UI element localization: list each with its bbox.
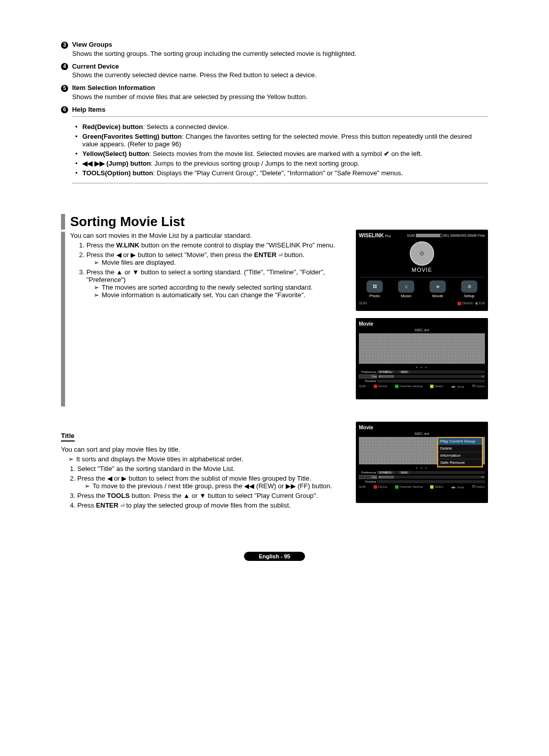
photo-tile[interactable]: 🖼Photo — [367, 280, 383, 298]
s3-pref-label[interactable]: Preference — [359, 471, 376, 474]
step3-note2: Movie information is automatically set. … — [95, 291, 350, 299]
footer-device: Device •▮ Exit — [458, 301, 485, 305]
music-tile[interactable]: ♫Music — [398, 280, 414, 298]
section-intro: You can sort movies in the Movie List by… — [70, 232, 350, 239]
movie-filename: ABC.avi — [359, 328, 485, 332]
num-6-icon: 6 — [61, 106, 68, 113]
photo-icon: 🖼 — [367, 280, 383, 293]
gear-icon: ⚙ — [461, 280, 477, 293]
item-4-title: Current Device — [72, 62, 119, 70]
help-items-box: Red(Device) button: Selects a connected … — [72, 116, 488, 183]
timeline-label[interactable]: Timeline — [359, 380, 376, 383]
s3-timeline-label[interactable]: Timeline — [359, 480, 376, 483]
step-1: Press the W.LINK button on the remote co… — [86, 241, 350, 249]
wiselink-menu-screenshot: WISELINK Pro SUM 851.98MB/995.00MB Free … — [356, 230, 488, 311]
help-red-label: Red(Device) button — [82, 123, 143, 131]
help-jump: ◀◀ ▶▶ (Jump) button: Jumps to the previo… — [77, 160, 488, 167]
footer-sum: SUM — [359, 301, 367, 305]
title-step-4: Press ENTER ⏎ to play the selected group… — [77, 501, 350, 509]
storage-indicator: SUM 851.98MB/995.00MB Free — [407, 234, 485, 237]
title-intro: You can sort and play movie files by tit… — [61, 446, 350, 453]
menu-information[interactable]: Information — [438, 452, 482, 459]
menu-delete[interactable]: Delete — [438, 445, 482, 452]
movie-preview — [359, 333, 485, 364]
title-heading: Title — [61, 432, 75, 442]
tag-symbol: SYMBOL — [377, 370, 394, 373]
movie-list-screenshot: Movie ABC.avi • • • PreferenceSYMBOLENG … — [356, 318, 488, 399]
movie-tile[interactable]: ⊗Movie — [430, 280, 446, 298]
title-note: It sorts and displays the Movie titles i… — [69, 455, 350, 463]
menu-safe-remove[interactable]: Safe Remove — [438, 459, 482, 466]
item-3: 3 View Groups Shows the sorting groups. … — [61, 41, 488, 57]
screenshots-col: WISELINK Pro SUM 851.98MB/995.00MB Free … — [356, 230, 488, 406]
title-step-2-note: To move to the previous / next title gro… — [85, 482, 350, 490]
item-6: 6 Help Items — [61, 106, 488, 114]
help-green: Green(Favorites Setting) button: Changes… — [77, 133, 488, 148]
help-tools: TOOLS(Option) button: Displays the "Play… — [77, 169, 488, 177]
item-4: 4 Current Device Shows the currently sel… — [61, 62, 488, 79]
check-icon: ✔ — [384, 150, 389, 158]
num-3-icon: 3 — [61, 42, 68, 49]
help-red-text: : Selects a connected device. — [143, 123, 229, 131]
setup-tile[interactable]: ⚙Setup — [461, 280, 477, 298]
s3-title-label[interactable]: Title — [359, 475, 377, 479]
help-jump-text: : Jumps to the previous sorting group / … — [151, 160, 359, 167]
movie-hero: MOVIE — [359, 241, 485, 273]
title-range-bar[interactable]: AM — [378, 375, 485, 378]
enter-icon-2: ⏎ — [120, 503, 125, 509]
help-red: Red(Device) button: Selects a connected … — [77, 123, 488, 131]
title-step-2: Press the ◀ or ▶ button to select from t… — [77, 475, 350, 490]
help-green-label: Green(Favorites Setting) button — [82, 133, 182, 140]
step3-text: Press the ▲ or ▼ button to select a sort… — [86, 268, 325, 284]
storage-bar-icon — [416, 234, 442, 237]
step2-note: Movie files are displayed. — [95, 259, 350, 266]
item-5-title: Item Selection Information — [72, 84, 155, 91]
help-yellow-post: on the left. — [389, 150, 422, 158]
s3-movie-header: Movie — [359, 425, 485, 430]
section-title: Sorting Movie List — [70, 214, 488, 230]
pref-label[interactable]: Preference — [359, 370, 376, 373]
item-6-title: Help Items — [72, 106, 106, 113]
help-yellow: Yellow(Select) button: Selects movies fr… — [77, 150, 488, 158]
step-2: Press the ◀ or ▶ button to select "Movie… — [86, 251, 350, 266]
title-label[interactable]: Title — [359, 374, 377, 379]
s2-footer-option: Option — [476, 385, 485, 388]
help-tools-text: : Displays the "Play Current Group", "De… — [153, 169, 403, 177]
item-5: 5 Item Selection Information Shows the n… — [61, 84, 488, 101]
s2-footer-jump: Jump — [457, 385, 465, 388]
title-step-3: Press the TOOLS button. Press the ▲ or ▼… — [77, 492, 350, 499]
item-5-desc: Shows the number of movie files that are… — [72, 93, 488, 101]
s2-footer-device: Device — [378, 385, 387, 388]
tag-eng: ENG — [399, 370, 410, 373]
step1-bold: W.LINK — [116, 241, 140, 249]
s3-movie-filename: ABC.avi — [359, 431, 485, 436]
step3-note1: The movies are sorted according to the n… — [95, 284, 350, 291]
title-step-1: Select "Title" as the sorting standard i… — [77, 465, 350, 472]
num-5-icon: 5 — [61, 85, 68, 92]
brand-label: WISELINK Pro — [359, 233, 391, 238]
s2-footer-fav: Favorites Setting — [400, 385, 422, 388]
help-jump-label: ◀◀ ▶▶ (Jump) button — [82, 160, 151, 167]
s2-footer-sum: SUM — [359, 385, 365, 388]
page-footer: English - 95 — [244, 552, 305, 561]
movie-header: Movie — [359, 321, 485, 327]
help-yellow-pre: : Selects movies from the movie list. Se… — [149, 150, 384, 158]
item-4-desc: Shows the currently selected device name… — [72, 71, 488, 79]
step2-post: button. — [283, 251, 304, 259]
s3-footer-sum: SUM — [359, 485, 365, 489]
section-heading: Sorting Movie List — [61, 214, 488, 230]
movie-hero-label: MOVIE — [359, 267, 485, 273]
help-tools-label: TOOLS(Option) button — [82, 169, 153, 177]
step-3: Press the ▲ or ▼ button to select a sort… — [86, 268, 350, 299]
step2-bold: ENTER — [254, 251, 277, 259]
tools-context-menu: Play Current Group Delete Information Sa… — [437, 437, 483, 467]
item-3-desc: Shows the sorting groups. The sorting gr… — [72, 50, 488, 57]
film-reel-icon — [410, 241, 434, 266]
s2-footer-select: Select — [435, 385, 443, 388]
item-3-title: View Groups — [72, 41, 112, 48]
title-section: Title You can sort and play movie files … — [61, 422, 350, 511]
step2-pre: Press the ◀ or ▶ button to select "Movie… — [86, 251, 254, 259]
help-yellow-label: Yellow(Select) button — [82, 150, 149, 158]
instructions-col: You can sort movies in the Movie List by… — [61, 232, 350, 406]
menu-play-current-group[interactable]: Play Current Group — [438, 438, 482, 445]
